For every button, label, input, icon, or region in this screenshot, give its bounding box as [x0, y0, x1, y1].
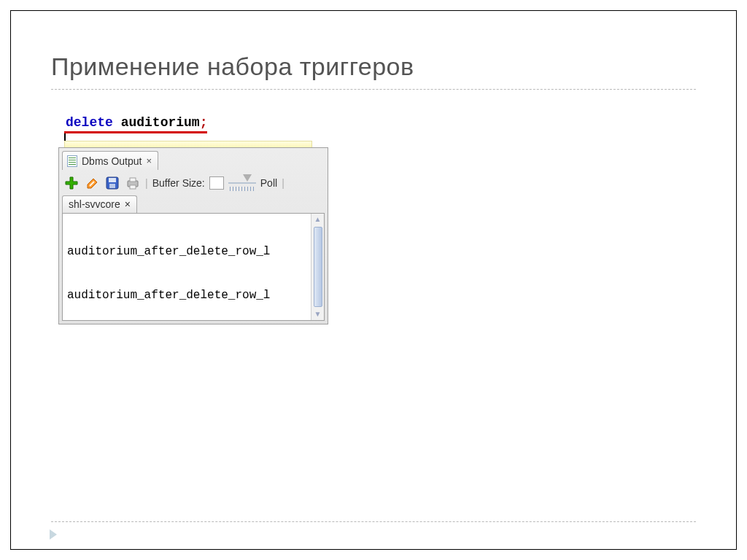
svg-rect-2 — [109, 184, 115, 188]
document-icon — [66, 155, 79, 168]
panel-toolbar: | Buffer Size: Poll | — [62, 172, 325, 195]
tab-dbms-output[interactable]: Dbms Output × — [62, 151, 158, 170]
tab-connection[interactable]: shl-svvcore × — [62, 195, 137, 213]
svg-rect-4 — [130, 178, 136, 182]
scrollbar[interactable]: ▲ ▼ — [311, 214, 324, 320]
toolbar-separator: | — [145, 177, 148, 189]
footer-marker-icon — [50, 529, 57, 540]
output-line: auditorium_after_delete_row_l — [67, 243, 306, 261]
poll-slider[interactable] — [228, 175, 256, 191]
tab-label: Dbms Output — [82, 155, 142, 167]
close-icon[interactable]: × — [146, 155, 152, 166]
scroll-down-icon[interactable]: ▼ — [314, 310, 322, 319]
sql-keyword: delete — [66, 115, 113, 130]
text-cursor — [64, 133, 66, 141]
buffer-size-input[interactable] — [209, 176, 224, 190]
output-box: auditorium_after_delete_row_l auditorium… — [62, 213, 325, 321]
toolbar-separator-2: | — [282, 177, 285, 189]
dbms-output-panel: Dbms Output × | Buffer Size: Poll | shl-… — [58, 147, 328, 324]
eraser-icon[interactable] — [84, 175, 100, 191]
sql-statement: delete auditorium; — [66, 115, 207, 130]
save-icon[interactable] — [104, 175, 120, 191]
subtab-label: shl-svvcore — [69, 198, 120, 210]
scroll-thumb[interactable] — [314, 227, 322, 307]
poll-label: Poll — [260, 177, 277, 189]
slide-title: Применение набора триггеров — [51, 52, 414, 81]
error-underline — [64, 131, 207, 133]
print-icon[interactable] — [125, 175, 141, 191]
title-divider — [51, 89, 696, 90]
slider-thumb-icon — [243, 174, 252, 182]
scroll-up-icon[interactable]: ▲ — [314, 215, 322, 224]
sql-object-name: auditorium — [121, 115, 200, 130]
output-line: auditorium_after_delete_row_l — [67, 287, 306, 305]
sql-terminator: ; — [200, 115, 208, 130]
svg-rect-5 — [130, 185, 136, 189]
add-icon[interactable] — [63, 175, 80, 191]
buffer-size-label: Buffer Size: — [152, 177, 205, 189]
output-text[interactable]: auditorium_after_delete_row_l auditorium… — [63, 214, 311, 320]
footer-divider — [51, 521, 696, 522]
close-icon[interactable]: × — [125, 198, 131, 210]
svg-rect-1 — [109, 178, 116, 182]
